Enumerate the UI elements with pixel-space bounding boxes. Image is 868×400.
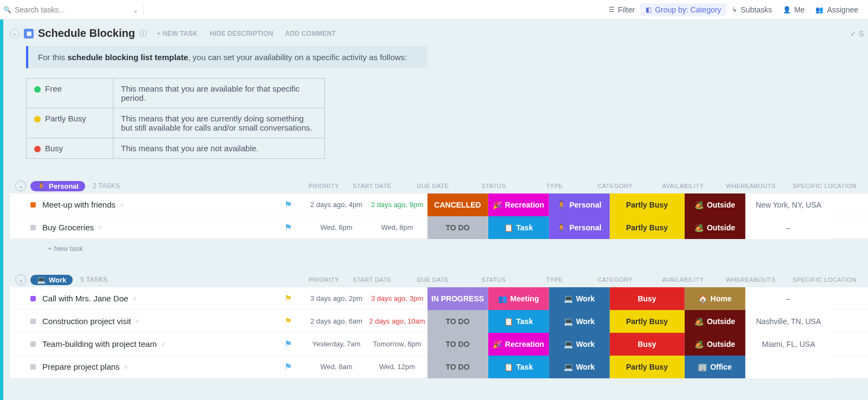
start-date-cell[interactable]: 3 days ago, 2pm bbox=[306, 294, 367, 302]
assignee-button[interactable]: 👥Assignee bbox=[810, 3, 864, 16]
start-date-cell[interactable]: 2 days ago, 6am bbox=[306, 317, 367, 325]
availability-pill[interactable]: Partly Busy bbox=[610, 310, 685, 333]
type-pill[interactable]: 📋Task bbox=[488, 216, 549, 239]
status-pill[interactable]: TO DO bbox=[427, 216, 488, 239]
type-pill[interactable]: 🎉Recreation bbox=[488, 333, 549, 356]
type-emoji-icon: 📋 bbox=[504, 223, 513, 232]
drag-icon[interactable]: ≡ bbox=[135, 318, 139, 325]
status-pill[interactable]: IN PROGRESS bbox=[427, 287, 488, 310]
subtasks-button[interactable]: ↳Subtasks bbox=[726, 3, 777, 16]
drag-icon[interactable]: ≡ bbox=[161, 340, 165, 348]
status-pill[interactable]: TO DO bbox=[427, 310, 488, 333]
availability-pill[interactable]: Busy bbox=[610, 287, 685, 310]
category-pill[interactable]: 🧍Personal bbox=[549, 193, 610, 216]
table-row[interactable]: Call with Mrs. Jane Doe≡ ⚑ 3 days ago, 2… bbox=[10, 287, 868, 310]
where-emoji-icon: 🏕️ bbox=[694, 317, 704, 326]
drag-icon[interactable]: ≡ bbox=[98, 224, 102, 231]
start-date-cell[interactable]: 2 days ago, 4pm bbox=[306, 201, 367, 209]
due-date-cell[interactable]: 2 days ago, 10am bbox=[367, 317, 427, 325]
whereabouts-pill[interactable]: 🏢Office bbox=[685, 356, 745, 378]
new-task-link[interactable]: + New task bbox=[10, 239, 868, 253]
availability-pill[interactable]: Partly Busy bbox=[610, 193, 685, 216]
category-pill[interactable]: 💻Work bbox=[549, 356, 610, 378]
priority-cell[interactable]: ⚑ bbox=[270, 339, 306, 349]
drag-icon[interactable]: ≡ bbox=[120, 201, 124, 209]
column-header: START DATE bbox=[342, 276, 403, 283]
group-pill[interactable]: 🧍Personal bbox=[30, 181, 85, 191]
location-cell[interactable]: Nashville, TN, USA bbox=[745, 310, 832, 333]
table-row[interactable]: Team-building with project team≡ ⚑ Yeste… bbox=[10, 333, 868, 356]
hide-description-link[interactable]: HIDE DESCRIPTION bbox=[209, 30, 273, 37]
due-date-cell[interactable]: Tomorrow, 6pm bbox=[367, 340, 427, 348]
task-name[interactable]: Buy Groceries≡ bbox=[42, 223, 270, 232]
group-emoji-icon: 🧍 bbox=[37, 182, 46, 190]
due-date-cell[interactable]: Wed, 12pm bbox=[367, 363, 427, 371]
location-cell[interactable] bbox=[745, 356, 832, 378]
filter-button[interactable]: ☰Filter bbox=[603, 3, 640, 16]
location-cell[interactable]: New York, NY, USA bbox=[745, 193, 832, 216]
type-pill[interactable]: 📋Task bbox=[488, 310, 549, 333]
availability-pill[interactable]: Partly Busy bbox=[610, 216, 685, 239]
legend-row: FreeThis means that you are available fo… bbox=[27, 79, 325, 108]
table-row[interactable]: Construction project visit≡ ⚑ 2 days ago… bbox=[10, 310, 868, 333]
group-collapse-icon[interactable]: ⌄ bbox=[15, 274, 26, 285]
location-cell[interactable]: – bbox=[745, 216, 832, 239]
group-name: Work bbox=[49, 276, 66, 284]
start-date-cell[interactable]: Wed, 8am bbox=[306, 363, 367, 371]
whereabouts-pill[interactable]: 🏕️Outside bbox=[685, 333, 745, 356]
priority-cell[interactable]: ⚑ bbox=[270, 222, 306, 233]
task-name[interactable]: Meet-up with friends≡ bbox=[42, 200, 270, 209]
location-cell[interactable]: Miami, FL, USA bbox=[745, 333, 832, 356]
drag-icon[interactable]: ≡ bbox=[132, 295, 136, 302]
new-task-link[interactable]: + NEW TASK bbox=[157, 30, 197, 37]
search-icon: 🔍 bbox=[3, 6, 11, 14]
task-name[interactable]: Prepare project plans≡ bbox=[42, 362, 270, 371]
due-date-cell[interactable]: 2 days ago, 9pm bbox=[367, 201, 427, 209]
category-pill[interactable]: 🧍Personal bbox=[549, 216, 610, 239]
check-icon[interactable]: ✓ S bbox=[850, 29, 864, 38]
me-button[interactable]: 👤Me bbox=[777, 3, 810, 16]
type-pill[interactable]: 👥Meeting bbox=[488, 287, 549, 310]
priority-cell[interactable]: ⚑ bbox=[270, 316, 306, 326]
type-pill[interactable]: 📋Task bbox=[488, 356, 549, 378]
availability-pill[interactable]: Busy bbox=[610, 333, 685, 356]
start-date-cell[interactable]: Yesterday, 7am bbox=[306, 340, 367, 348]
category-pill[interactable]: 💻Work bbox=[549, 310, 610, 333]
where-emoji-icon: 🏕️ bbox=[694, 340, 704, 349]
availability-pill[interactable]: Partly Busy bbox=[610, 356, 685, 378]
whereabouts-pill[interactable]: 🏕️Outside bbox=[685, 216, 745, 239]
task-name[interactable]: Call with Mrs. Jane Doe≡ bbox=[42, 294, 270, 303]
drag-icon[interactable]: ≡ bbox=[124, 363, 128, 371]
priority-cell[interactable]: ⚑ bbox=[270, 362, 306, 372]
groupby-button[interactable]: ◧Group by: Category bbox=[640, 3, 726, 16]
task-name[interactable]: Team-building with project team≡ bbox=[42, 339, 270, 349]
table-row[interactable]: Buy Groceries≡ ⚑ Wed, 6pm Wed, 8pm TO DO… bbox=[10, 216, 868, 239]
add-comment-link[interactable]: ADD COMMENT bbox=[285, 30, 336, 37]
chevron-down-icon[interactable]: ⌄ bbox=[132, 5, 139, 14]
priority-cell[interactable]: ⚑ bbox=[270, 199, 306, 210]
category-pill[interactable]: 💻Work bbox=[549, 287, 610, 310]
location-cell[interactable]: – bbox=[745, 287, 832, 310]
task-name[interactable]: Construction project visit≡ bbox=[42, 317, 270, 326]
whereabouts-pill[interactable]: 🏠Home bbox=[685, 287, 745, 310]
status-pill[interactable]: TO DO bbox=[427, 333, 488, 356]
whereabouts-pill[interactable]: 🏕️Outside bbox=[685, 193, 745, 216]
whereabouts-pill[interactable]: 🏕️Outside bbox=[685, 310, 745, 333]
category-pill[interactable]: 💻Work bbox=[549, 333, 610, 356]
divider bbox=[143, 3, 144, 16]
category-emoji-icon: 🧍 bbox=[557, 201, 566, 209]
info-icon[interactable]: ⓘ bbox=[139, 29, 147, 38]
start-date-cell[interactable]: Wed, 6pm bbox=[306, 223, 367, 231]
group-collapse-icon[interactable]: ⌄ bbox=[15, 180, 26, 191]
group-pill[interactable]: 💻Work bbox=[30, 275, 73, 285]
table-row[interactable]: Prepare project plans≡ ⚑ Wed, 8am Wed, 1… bbox=[10, 356, 868, 378]
status-pill[interactable]: TO DO bbox=[427, 356, 488, 378]
type-pill[interactable]: 🎉Recreation bbox=[488, 193, 549, 216]
collapse-icon[interactable]: ⌄ bbox=[10, 29, 20, 38]
search-input[interactable] bbox=[15, 5, 129, 14]
due-date-cell[interactable]: Wed, 8pm bbox=[367, 223, 427, 231]
status-pill[interactable]: CANCELLED bbox=[427, 193, 488, 216]
table-row[interactable]: Meet-up with friends≡ ⚑ 2 days ago, 4pm … bbox=[10, 193, 868, 216]
due-date-cell[interactable]: 3 days ago, 3pm bbox=[367, 294, 427, 302]
priority-cell[interactable]: ⚑ bbox=[270, 293, 306, 304]
